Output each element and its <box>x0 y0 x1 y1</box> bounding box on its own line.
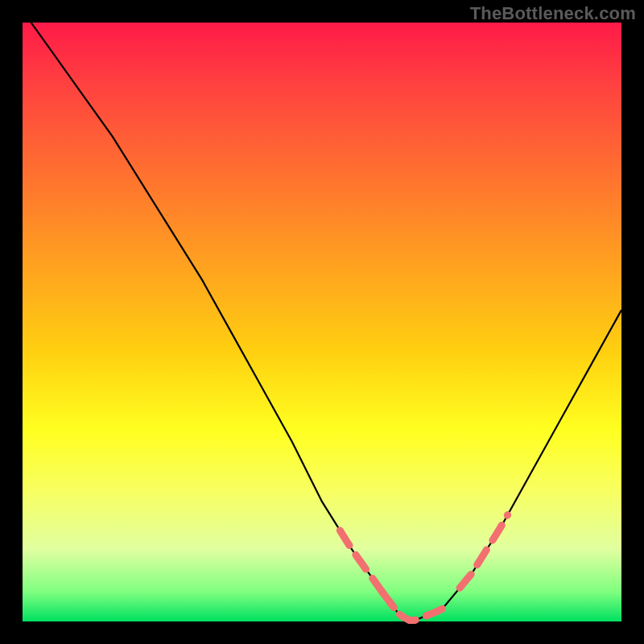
watermark-text: TheBottleneck.com <box>470 3 636 24</box>
chart-plot-area <box>23 23 621 621</box>
highlight-right-dashes <box>460 515 508 588</box>
bottleneck-curve <box>23 10 621 621</box>
curve-svg <box>23 23 621 621</box>
highlight-bottom-dashes <box>382 592 448 621</box>
